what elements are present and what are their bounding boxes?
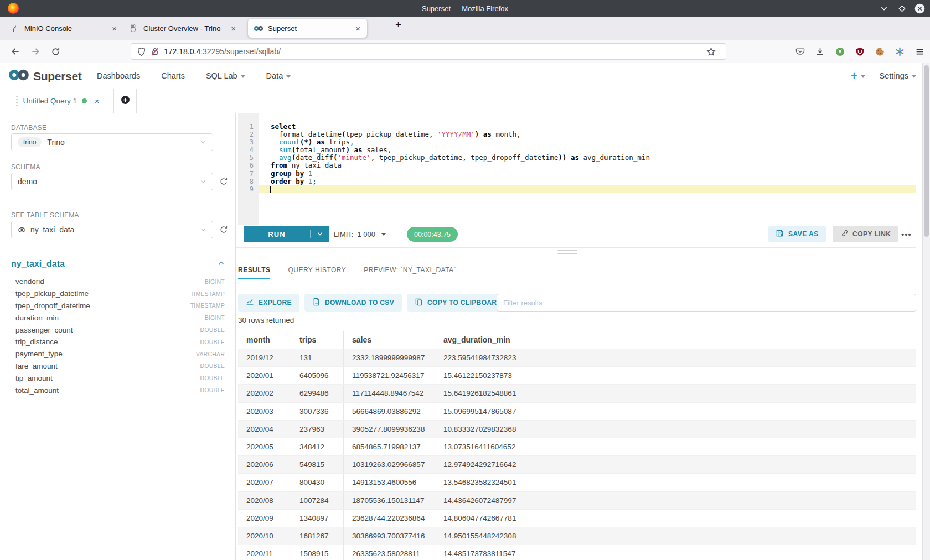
toolbar-extensions xyxy=(795,40,924,63)
browser-tab-superset[interactable]: Superset× xyxy=(248,19,367,38)
south-tab-query-history[interactable]: QUERY HISTORY xyxy=(288,261,346,279)
nav-item-dashboards[interactable]: Dashboards xyxy=(97,71,140,80)
line-number: 1 xyxy=(238,123,259,131)
run-button[interactable]: RUN xyxy=(244,226,329,242)
table-row: 2020/11150891526335623.5802881114.485173… xyxy=(238,545,916,560)
cookie-icon[interactable] xyxy=(875,47,885,56)
table-cell: 2020/04 xyxy=(238,421,291,438)
save-as-button[interactable]: SAVE AS xyxy=(768,226,826,242)
window-maximize-icon[interactable] xyxy=(896,2,908,14)
schema-column-passenger-count: passenger_countDOUBLE xyxy=(16,324,225,336)
table-cell: 1007284 xyxy=(291,492,344,509)
south-tab-results[interactable]: RESULTS xyxy=(238,261,270,279)
table-cell: 800430 xyxy=(291,474,344,491)
plus-circle-icon xyxy=(121,95,130,107)
editor-line-6: from ny_taxi_data xyxy=(259,162,916,169)
nav-item-sql-lab[interactable]: SQL Lab xyxy=(206,71,245,80)
table-cell: 13.546823582324501 xyxy=(435,474,916,491)
column-header-avg-duration-min[interactable]: avg_duration_min xyxy=(435,331,916,349)
lock-insecure-icon[interactable] xyxy=(151,47,159,56)
column-type: DOUBLE xyxy=(200,326,225,333)
run-options-icon[interactable] xyxy=(311,231,329,237)
database-select[interactable]: trino Trino xyxy=(11,133,213,151)
clipboard-icon xyxy=(415,298,423,308)
bookmark-star-icon[interactable] xyxy=(706,47,716,56)
pocket-icon[interactable] xyxy=(795,47,805,56)
schema-column-vendorid: vendoridBIGINT xyxy=(16,276,225,288)
settings-menu[interactable]: Settings xyxy=(880,71,916,80)
superset-logo[interactable]: Superset xyxy=(8,69,81,84)
browser-tab-minio-console[interactable]: MinIO Console× xyxy=(4,19,123,38)
column-header-month[interactable]: month xyxy=(238,331,291,349)
sql-editor[interactable]: 123456789 select format_datetime(tpep_pi… xyxy=(238,113,916,225)
column-name: tpep_dropoff_datetime xyxy=(16,302,90,310)
table-cell: 2020/09 xyxy=(238,510,291,527)
copy-link-button[interactable]: COPY LINK xyxy=(833,226,898,242)
limit-dropdown[interactable]: LIMIT: 1 000 xyxy=(334,226,386,242)
table-row: 2020/0654981510319263.02996685712.974924… xyxy=(238,456,916,474)
more-options-button[interactable]: ••• xyxy=(901,226,912,242)
ublock-icon[interactable] xyxy=(855,47,865,56)
add-query-tab-button[interactable] xyxy=(114,89,137,113)
schema-column-tpep-dropoff-datetime: tpep_dropoff_datetimeTIMESTAMP xyxy=(16,300,225,312)
schema-select[interactable]: demo xyxy=(11,173,213,190)
refresh-schema-icon[interactable] xyxy=(218,176,229,187)
query-tab-active[interactable]: Untitled Query 1 × xyxy=(9,89,114,113)
column-type: DOUBLE xyxy=(200,375,225,381)
privacy-badger-icon[interactable] xyxy=(835,47,845,56)
south-tab-preview-ny-taxi-data[interactable]: PREVIEW: `NY_TAXI_DATA` xyxy=(364,261,456,279)
drag-handle-icon[interactable] xyxy=(16,96,18,106)
forward-icon[interactable] xyxy=(28,44,43,59)
page-scrollbar[interactable] xyxy=(922,63,930,560)
explore-icon xyxy=(246,298,254,308)
query-tab-bar: Untitled Query 1 × xyxy=(0,89,930,113)
table-cell: 15.096995147865087 xyxy=(435,403,916,420)
browser-tab-cluster-overview-trino[interactable]: Cluster Overview - Trino× xyxy=(123,19,242,38)
query-tab-close-icon[interactable]: × xyxy=(95,97,99,106)
nav-item-charts[interactable]: Charts xyxy=(161,71,185,80)
table-row: 2019/121312332.1899999999987223.59541984… xyxy=(238,349,916,367)
tab-close-icon[interactable]: × xyxy=(354,24,361,33)
back-icon[interactable] xyxy=(8,44,23,59)
scrollbar-thumb[interactable] xyxy=(924,65,929,237)
download-icon[interactable] xyxy=(815,47,825,56)
trino-bunny-icon xyxy=(129,24,139,33)
brand-name: Superset xyxy=(33,70,81,83)
query-tab-title: Untitled Query 1 xyxy=(23,97,78,105)
table-cell: 3007336 xyxy=(291,403,344,420)
filter-results-input[interactable] xyxy=(497,294,916,312)
refresh-table-icon[interactable] xyxy=(218,224,229,235)
new-item-button[interactable]: + xyxy=(851,70,865,82)
menu-icon[interactable] xyxy=(915,47,924,56)
url-bar[interactable]: 172.18.0.4:32295/superset/sqllab/ xyxy=(131,43,726,60)
collapse-up-icon[interactable] xyxy=(218,259,225,269)
table-cell: 1340897 xyxy=(291,510,344,527)
download-to-csv-button[interactable]: DOWNLOAD TO CSV xyxy=(304,294,402,312)
new-tab-button[interactable]: + xyxy=(382,19,405,31)
shield-icon[interactable] xyxy=(137,47,146,56)
explore-button[interactable]: EXPLORE xyxy=(238,294,299,312)
window-minimize-icon[interactable] xyxy=(878,2,890,14)
extension-asterisk-icon[interactable] xyxy=(895,47,905,56)
table-cell: 2020/03 xyxy=(238,403,291,420)
column-header-sales[interactable]: sales xyxy=(344,331,435,349)
reload-icon[interactable] xyxy=(48,44,63,59)
table-cell: 1508915 xyxy=(291,545,344,560)
window-close-icon[interactable] xyxy=(913,2,926,14)
copy-to-clipboard-button[interactable]: COPY TO CLIPBOARD xyxy=(407,294,509,312)
table-cell: 2020/01 xyxy=(238,367,291,384)
table-heading[interactable]: ny_taxi_data xyxy=(11,259,65,269)
nav-item-data[interactable]: Data xyxy=(266,71,291,80)
eye-icon xyxy=(18,226,26,234)
tab-close-icon[interactable]: × xyxy=(230,24,237,33)
column-name: fare_amount xyxy=(16,362,58,370)
table-select[interactable]: ny_taxi_data xyxy=(11,221,213,238)
pane-drag-handle[interactable] xyxy=(557,250,577,256)
column-header-trips[interactable]: trips xyxy=(291,331,344,349)
schema-column-tpep-pickup-datetime: tpep_pickup_datetimeTIMESTAMP xyxy=(16,288,225,300)
superset-navbar: Superset DashboardsChartsSQL LabData + S… xyxy=(0,63,930,89)
results-toolbar: EXPLOREDOWNLOAD TO CSVCOPY TO CLIPBOARD xyxy=(238,294,509,312)
tab-close-icon[interactable]: × xyxy=(111,24,118,33)
table-cell: 348412 xyxy=(291,438,344,455)
table-row: 2020/08100728418705536.15013114714.43642… xyxy=(238,492,916,510)
